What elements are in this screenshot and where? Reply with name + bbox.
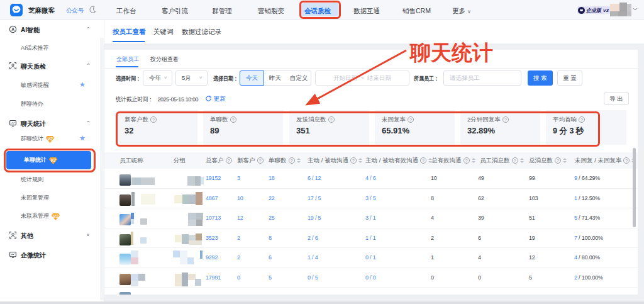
svg-text:A: A [11, 27, 14, 31]
